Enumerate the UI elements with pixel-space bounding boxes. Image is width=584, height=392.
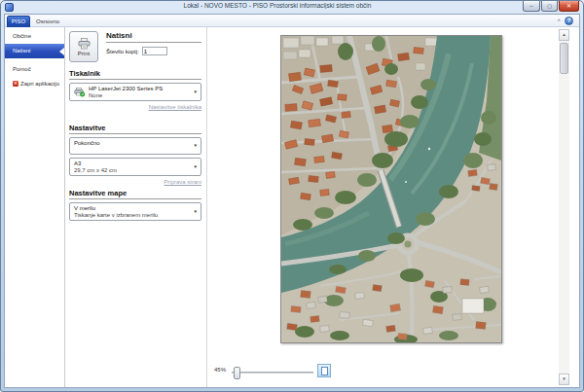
- print-settings-pane: Print Natisni Število kopij: Tiskalnik: [65, 27, 207, 387]
- printer-status-icon: [74, 88, 86, 97]
- tab-piso[interactable]: PISO: [7, 16, 30, 27]
- pane-title: Natisni: [106, 31, 201, 43]
- map-mode: V merilu: [74, 205, 189, 211]
- settings-section-title: Nastavitve: [69, 124, 201, 134]
- copies-label: Število kopij:: [106, 49, 139, 54]
- printer-settings-link[interactable]: Nastavitve tiskalnika: [69, 104, 201, 110]
- chevron-down-icon: ▼: [194, 209, 198, 214]
- map-mode-description: Tiskanje karte v izbranem merilu: [74, 212, 189, 218]
- vertical-scrollbar[interactable]: ▲ ▼: [559, 29, 569, 385]
- print-button-label: Print: [78, 51, 90, 56]
- backstage-body: Občine Natisni Pomoč ✕Zapri aplikacijo: [5, 27, 579, 387]
- window-content: PISO Osnovno ˄ ? Občine Natisni Pomoč ✕Z…: [4, 14, 580, 388]
- chevron-down-icon: ▼: [194, 164, 198, 169]
- zoom-slider-track[interactable]: [232, 372, 313, 374]
- printer-section: Tiskalnik HP LaserJet 2300 Series PS Non…: [69, 69, 201, 110]
- map-settings-section: Nastavitve mape V merilu Tiskanje karte …: [69, 189, 201, 221]
- map-mode-dropdown[interactable]: V merilu Tiskanje karte v izbranem meril…: [69, 202, 201, 221]
- sidebar-item-obcine[interactable]: Občine: [5, 30, 64, 42]
- map-settings-title: Nastavitve mape: [69, 189, 201, 199]
- chevron-down-icon: ▼: [194, 89, 198, 94]
- sidebar-item-natisni[interactable]: Natisni: [5, 44, 64, 58]
- help-icon[interactable]: ?: [565, 17, 573, 25]
- ribbon-collapse-icon[interactable]: ˄: [557, 18, 561, 23]
- scroll-down-icon[interactable]: ▼: [559, 374, 569, 385]
- minimize-button[interactable]: –: [523, 1, 540, 12]
- backstage-sidebar: Občine Natisni Pomoč ✕Zapri aplikacijo: [5, 27, 65, 387]
- printer-name: HP LaserJet 2300 Series PS: [89, 86, 163, 91]
- page-setup-link[interactable]: Priprava strani: [69, 179, 201, 185]
- printer-status: None: [89, 92, 163, 98]
- scroll-up-icon[interactable]: ▲: [559, 29, 569, 41]
- close-app-icon: ✕: [13, 81, 18, 87]
- chevron-down-icon: ▼: [194, 143, 198, 148]
- orientation-value: Pokončno: [74, 140, 189, 146]
- paper-size-dropdown[interactable]: A3 29,7 cm x 42 cm ▼: [69, 158, 201, 176]
- window-title: Lokal - NOVO MESTO - PISO Prostorski inf…: [40, 2, 515, 9]
- orientation-dropdown[interactable]: Pokončno ▼: [69, 137, 201, 155]
- fit-to-page-button[interactable]: [317, 364, 331, 377]
- aerial-map: [281, 36, 501, 342]
- paper-size: 29,7 cm x 42 cm: [74, 167, 189, 173]
- printer-icon: [78, 38, 91, 50]
- print-preview-pane: 45% ▲ ▼: [208, 27, 579, 387]
- scrollbar-thumb[interactable]: [560, 43, 568, 74]
- copies-input[interactable]: [142, 47, 167, 55]
- close-button[interactable]: ✕: [559, 1, 579, 12]
- app-icon: [5, 3, 14, 12]
- sidebar-item-pomoc[interactable]: Pomoč: [5, 63, 64, 75]
- page-icon: [321, 367, 328, 375]
- sidebar-item-zapri-aplikacijo[interactable]: ✕Zapri aplikacijo: [5, 78, 64, 89]
- maximize-button[interactable]: ▢: [541, 1, 558, 12]
- zoom-percentage: 45%: [214, 367, 226, 373]
- settings-section: Nastavitve Pokončno ▼ A3 29,7 cm x 42 cm…: [69, 124, 201, 185]
- ribbon-tab-row: PISO Osnovno ˄ ?: [5, 15, 579, 27]
- map-preview-image: [280, 35, 502, 343]
- print-button[interactable]: Print: [69, 31, 98, 62]
- title-bar: Lokal - NOVO MESTO - PISO Prostorski inf…: [1, 1, 583, 14]
- printer-dropdown[interactable]: HP LaserJet 2300 Series PS None ▼: [69, 83, 201, 101]
- printer-section-title: Tiskalnik: [69, 69, 201, 80]
- app-window: Lokal - NOVO MESTO - PISO Prostorski inf…: [0, 0, 584, 392]
- zoom-slider-thumb[interactable]: [234, 367, 240, 379]
- paper-name: A3: [74, 160, 189, 166]
- tab-osnovno[interactable]: Osnovno: [34, 16, 61, 27]
